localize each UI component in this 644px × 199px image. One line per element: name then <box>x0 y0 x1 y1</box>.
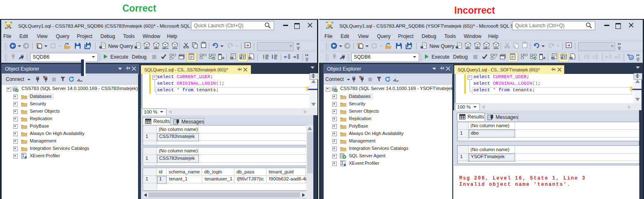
svg-text:01: 01 <box>240 57 242 59</box>
svg-text:DMX: DMX <box>154 47 159 50</box>
svg-text:MDX: MDX <box>144 47 150 50</box>
svg-text:DMX: DMX <box>475 47 480 50</box>
svg-text:XMLA: XMLA <box>162 47 169 50</box>
svg-text:DAX: DAX <box>172 47 177 50</box>
svg-text:01: 01 <box>552 57 554 59</box>
svg-text:XMLA: XMLA <box>483 47 490 50</box>
svg-text:01: 01 <box>561 57 563 59</box>
svg-text:01: 01 <box>231 57 233 59</box>
svg-text:MDX: MDX <box>465 47 471 50</box>
svg-text:DAX: DAX <box>494 47 499 50</box>
svg-text:01: 01 <box>249 57 251 59</box>
svg-text:@: @ <box>630 56 633 59</box>
svg-text:01: 01 <box>570 57 572 59</box>
